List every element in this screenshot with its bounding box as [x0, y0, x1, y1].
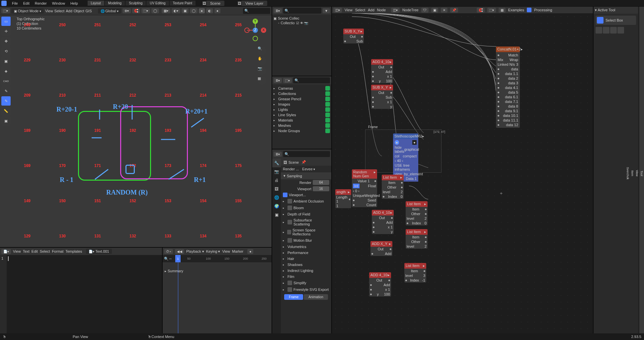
panel-subsurface-scattering[interactable]: ▸Subsurface Scattering	[281, 217, 331, 227]
proportional[interactable]: ◯	[151, 8, 159, 13]
fake-user[interactable]: 🛡	[421, 8, 429, 13]
menu-file[interactable]: File	[9, 1, 21, 5]
dope-playback[interactable]: Playback ▾	[186, 249, 204, 254]
node-concat[interactable]: ConcatN.01+2▸ Match MixWrap Linked N/s3 …	[496, 46, 520, 128]
sel-subtract-icon[interactable]	[610, 27, 617, 34]
socket[interactable]: data 11.1	[497, 118, 519, 123]
menu-help[interactable]: Help	[68, 1, 81, 5]
node-editor-type[interactable]: ◫▾	[333, 8, 342, 13]
tool-annotate[interactable]: ✎	[1, 86, 11, 96]
outliner-filter[interactable]: ▼	[323, 8, 330, 13]
panel-screen-space-reflections[interactable]: ▸Screen Space Reflections	[281, 227, 331, 237]
pivot[interactable]: ⊕▾	[122, 8, 131, 13]
ptab-output[interactable]: 🖨	[272, 176, 281, 185]
panel-film[interactable]: ▸Film	[281, 274, 331, 280]
node-length[interactable]: ength▸ Length 1 1	[335, 189, 351, 208]
dope-type[interactable]: ⏱▾	[164, 249, 173, 254]
ptab-render[interactable]: 📷	[272, 167, 281, 176]
current-frame[interactable]: 1	[175, 255, 181, 262]
rtab-item[interactable]: Item	[630, 7, 635, 340]
texed-format[interactable]: Format	[52, 249, 63, 253]
node-add410-2[interactable]: ADD 4_10▸ Out Add x 1 y	[372, 210, 394, 234]
node-select[interactable]: Select	[355, 8, 365, 12]
overlay-toggle[interactable]: ◐▾	[172, 8, 180, 13]
node-snap[interactable]: 🧲	[477, 8, 485, 13]
tool-measure[interactable]: 📏	[1, 106, 11, 116]
outliner-item[interactable]: ▸Materials	[274, 118, 330, 123]
panel-shadows[interactable]: ▸Shadows	[281, 262, 331, 268]
tool-scale[interactable]: ▣	[1, 56, 11, 66]
xray[interactable]: ▣	[182, 8, 189, 13]
panel-depth-of-field[interactable]: ▸Depth of Field	[281, 211, 331, 217]
viewport-denoise-chk[interactable]	[283, 193, 287, 197]
tab-layout[interactable]: Layout	[88, 1, 104, 6]
dope-keying[interactable]: Keying ▾	[206, 249, 220, 254]
socket[interactable]: data 4.1	[497, 85, 519, 90]
node-add[interactable]: Add	[368, 8, 374, 12]
socket[interactable]: data 3	[497, 81, 519, 85]
outliner-item[interactable]: ▸Cameras	[274, 86, 330, 91]
panel-hair[interactable]: ▸Hair	[281, 256, 331, 262]
socket[interactable]: data 9.1	[497, 109, 519, 113]
outliner-item[interactable]: ▸Meshes	[274, 123, 330, 128]
outliner-item[interactable]: ▸Images	[274, 102, 330, 107]
node-listitem-4[interactable]: List Item▸ Item level3 Index-1	[404, 263, 426, 283]
panel-performance[interactable]: ▸Performance	[281, 250, 331, 256]
processing-chk[interactable]	[527, 8, 531, 12]
node-snap-opts[interactable]: ⬚▾	[487, 8, 496, 13]
outliner2-type[interactable]: ≣▾	[274, 78, 282, 83]
outliner-scene-root[interactable]: ▣ Scene Collec	[274, 16, 330, 21]
blender-logo[interactable]	[1, 1, 7, 6]
nodetree-type[interactable]: ◫▾	[391, 8, 400, 13]
socket[interactable]: data 2	[497, 76, 519, 81]
btab-frame[interactable]: Frame	[284, 294, 303, 300]
autokey[interactable]: ●	[247, 249, 253, 254]
socket[interactable]: data 7.1	[497, 99, 519, 104]
panel-bloom[interactable]: ▸Bloom	[281, 205, 331, 211]
rtab-view[interactable]: View	[635, 7, 639, 340]
tool-cad[interactable]: CAD	[1, 76, 11, 86]
texed-text[interactable]: Text	[23, 249, 30, 253]
node-add410-1[interactable]: ADD 4_10▸ Out Add x 1 y100	[371, 59, 393, 83]
socket[interactable]: data 10.1	[497, 113, 519, 118]
shading-render[interactable]: ●	[214, 8, 220, 13]
snap-mode[interactable]: ⬚▾	[141, 8, 150, 13]
node-listitem-1[interactable]: List Item▸ Item Other level2 Index0	[382, 175, 404, 199]
pin-nodetree[interactable]: 📌	[450, 8, 458, 13]
nav-gizmo[interactable]: Y X Z	[244, 19, 267, 42]
outliner-item[interactable]: ▸Lights	[274, 107, 330, 112]
v3d-add[interactable]: Add	[66, 9, 72, 13]
tool-cursor[interactable]: ✛	[1, 27, 11, 36]
outliner-search[interactable]: 🔍	[283, 8, 321, 14]
tool-move[interactable]: ✥	[1, 37, 11, 46]
outliner2-search[interactable]: 🔍	[293, 77, 330, 83]
panel-volumetrics[interactable]: ▸Volumetrics	[281, 244, 331, 250]
socket[interactable]: data 8	[497, 104, 519, 109]
node-subxy-1[interactable]: SUB X_Y▸ Out Sub	[343, 29, 364, 43]
menu-render[interactable]: Render	[32, 1, 49, 5]
texed-templates[interactable]: Templates	[65, 249, 82, 253]
gizmo-toggle[interactable]: ▦▾	[162, 8, 170, 13]
shading-solid[interactable]: ●	[199, 8, 205, 13]
outliner-collection[interactable]: ▫ Collectio ☑ 👁 📷	[274, 21, 330, 25]
viewlayer-selector[interactable]: View Layer	[241, 1, 267, 6]
outliner3-search[interactable]: 🔍	[283, 151, 330, 157]
shading-mat[interactable]: ◐	[206, 8, 213, 13]
node-view[interactable]: View	[345, 8, 353, 12]
summary-row[interactable]: ▸ Summary	[165, 269, 183, 273]
ptab-world[interactable]: 🌍	[272, 202, 281, 211]
node-add410-3[interactable]: ADD X_Y▸ Out Add	[370, 241, 392, 256]
nav-pan[interactable]: ✋	[258, 56, 266, 65]
node-listitem-3[interactable]: List Item▸ Item Other level2	[406, 229, 428, 249]
panel-indirect-lighting[interactable]: ▸Indirect Lighting	[281, 268, 331, 274]
orientation[interactable]: 🌐 Global ▾	[98, 8, 121, 14]
render-engine-select[interactable]: Eevee ▾	[300, 166, 329, 172]
node-subxy-2[interactable]: SUB X_Y▸ Out Sub x 1 y	[371, 85, 393, 109]
panel-freestyle-svg-export[interactable]: ▸Freestyle SVG Export	[281, 286, 331, 293]
outliner-type[interactable]: ≣▾	[274, 8, 282, 13]
v3d-search[interactable]: 🔍	[243, 8, 270, 14]
node-align[interactable]: ▦	[499, 8, 506, 13]
outliner-item[interactable]: ▸Line Styles	[274, 112, 330, 118]
texed-datablock[interactable]: 📄▾ Text.001	[86, 249, 112, 254]
nodetree-select[interactable]: NodeTree	[402, 8, 419, 12]
